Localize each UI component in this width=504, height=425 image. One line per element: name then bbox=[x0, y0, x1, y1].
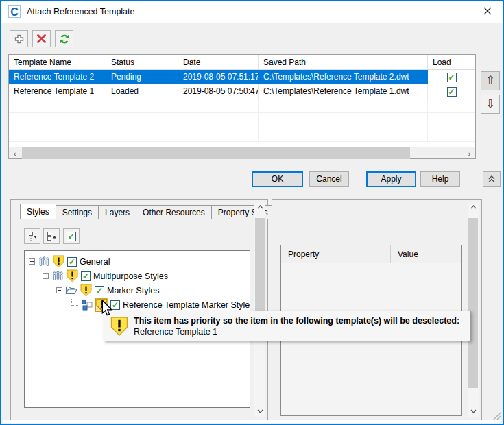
tree-connector bbox=[71, 299, 78, 306]
scroll-down-icon[interactable] bbox=[254, 407, 265, 417]
column-header-status[interactable]: Status bbox=[106, 55, 178, 69]
column-header-saved-path[interactable]: Saved Path bbox=[259, 55, 428, 69]
ok-button[interactable]: OK bbox=[252, 171, 303, 187]
dialog-footer bbox=[3, 420, 501, 423]
tree-checkbox-checked[interactable]: ✓ bbox=[67, 257, 77, 267]
add-template-button[interactable] bbox=[10, 30, 28, 47]
cell-status: Pending bbox=[106, 70, 178, 84]
tree-checkbox-checked[interactable]: ✓ bbox=[95, 286, 104, 295]
plus-icon bbox=[14, 34, 25, 45]
tab-layers[interactable]: Layers bbox=[99, 205, 136, 219]
tree-item-label: Marker Styles bbox=[107, 286, 159, 295]
cancel-button[interactable]: Cancel bbox=[309, 171, 349, 187]
styles-group-icon bbox=[51, 271, 64, 282]
table-row-selected[interactable]: Reference Template 2 Pending 2019-08-05 … bbox=[9, 70, 475, 84]
expand-all-button[interactable] bbox=[24, 228, 40, 244]
delete-template-button[interactable] bbox=[32, 30, 51, 47]
warning-icon bbox=[67, 269, 78, 282]
scroll-up-icon[interactable] bbox=[254, 203, 265, 212]
cell-template-name: Reference Template 2 bbox=[9, 70, 106, 84]
cell-load: ✓ bbox=[428, 70, 475, 84]
delete-x-icon bbox=[36, 34, 47, 44]
check-icon: ✓ bbox=[448, 88, 455, 96]
load-checkbox-checked[interactable]: ✓ bbox=[447, 73, 457, 82]
table-horizontal-scrollbar[interactable]: ‹ › bbox=[9, 147, 475, 158]
load-checkbox-checked[interactable]: ✓ bbox=[447, 87, 457, 97]
resize-grip[interactable] bbox=[492, 411, 501, 422]
right-panel-scrollbar[interactable] bbox=[468, 203, 479, 417]
collapse-panel-button[interactable] bbox=[483, 171, 501, 187]
scrollbar-thumb[interactable] bbox=[255, 218, 265, 311]
styles-panel: Styles Settings Layers Other Resources P… bbox=[10, 199, 268, 420]
cell-saved-path: C:\Templates\Reference Template 1.dwt bbox=[259, 84, 428, 99]
tooltip-template-name: Reference Template 1 bbox=[134, 326, 459, 337]
left-panel-scrollbar[interactable] bbox=[254, 203, 265, 417]
column-header-template-name[interactable]: Template Name bbox=[9, 55, 106, 69]
check-all-button[interactable]: ✓ bbox=[63, 228, 80, 244]
empty-table-row bbox=[9, 127, 475, 142]
collapse-toggle-icon[interactable] bbox=[29, 258, 35, 265]
warning-icon bbox=[110, 316, 128, 341]
column-header-date[interactable]: Date bbox=[178, 55, 259, 69]
priority-warning-tooltip: This item has priority so the item in th… bbox=[104, 311, 471, 341]
attach-referenced-template-dialog: C Attach Referenced Template Template Na… bbox=[0, 0, 504, 425]
move-down-button[interactable]: ⇩ bbox=[481, 95, 500, 114]
check-all-checkbox: ✓ bbox=[67, 232, 76, 241]
tooltip-message: This item has priority so the item in th… bbox=[134, 315, 459, 326]
scroll-left-icon[interactable]: ‹ bbox=[9, 147, 21, 159]
tree-item-marker-styles[interactable]: ✓ Marker Styles bbox=[25, 283, 159, 298]
cell-saved-path: C:\Templates\Reference Template 2.dwt bbox=[259, 70, 428, 84]
tree-item-general[interactable]: ✓ General bbox=[25, 254, 110, 269]
cell-load: ✓ bbox=[428, 84, 475, 99]
check-icon: ✓ bbox=[448, 73, 455, 82]
check-icon: ✓ bbox=[69, 258, 75, 266]
close-icon bbox=[483, 7, 492, 15]
close-button[interactable] bbox=[477, 2, 498, 20]
tree-item-label: Multipurpose Styles bbox=[93, 271, 168, 281]
scroll-right-icon[interactable]: › bbox=[464, 147, 475, 159]
scrollbar-thumb[interactable] bbox=[468, 218, 478, 388]
collapse-toggle-icon[interactable] bbox=[56, 287, 62, 293]
title-bar: C Attach Referenced Template bbox=[1, 1, 503, 23]
scroll-down-icon[interactable] bbox=[468, 407, 479, 417]
column-header-value[interactable]: Value bbox=[391, 245, 418, 263]
tree-item-reference-template-marker-style[interactable]: ✓ Reference Template Marker Style bbox=[25, 298, 250, 312]
column-header-property[interactable]: Property bbox=[281, 245, 391, 263]
mouse-cursor-icon bbox=[101, 300, 113, 319]
template-table: Template Name Status Date Saved Path Loa… bbox=[8, 54, 476, 159]
marker-style-icon bbox=[81, 300, 93, 311]
styles-group-icon bbox=[38, 256, 50, 267]
tree-item-multipurpose-styles[interactable]: ✓ Multipurpose Styles bbox=[25, 269, 168, 283]
warning-icon bbox=[80, 284, 92, 297]
move-up-button[interactable]: ⇧ bbox=[481, 71, 500, 90]
tab-other-resources[interactable]: Other Resources bbox=[136, 205, 212, 219]
property-table-header: Property Value bbox=[281, 245, 461, 263]
refresh-button[interactable] bbox=[55, 30, 73, 47]
tab-bar: Styles Settings Layers Other Resources P… bbox=[20, 204, 274, 219]
empty-table-row bbox=[9, 99, 475, 113]
tab-styles[interactable]: Styles bbox=[20, 204, 56, 219]
empty-table-row bbox=[9, 113, 475, 127]
cell-date: 2019-08-05 07:50:47 bbox=[178, 84, 259, 99]
check-icon: ✓ bbox=[96, 287, 103, 295]
up-arrow-icon: ⇧ bbox=[485, 74, 495, 87]
collapse-toggle-icon[interactable] bbox=[43, 273, 49, 279]
table-row[interactable]: Reference Template 1 Loaded 2019-08-05 0… bbox=[9, 84, 475, 99]
down-arrow-icon: ⇩ bbox=[485, 97, 495, 110]
column-header-load[interactable]: Load bbox=[428, 55, 475, 69]
warning-icon bbox=[53, 255, 64, 268]
double-chevron-up-icon bbox=[487, 174, 496, 184]
check-icon: ✓ bbox=[68, 232, 75, 241]
tab-settings[interactable]: Settings bbox=[56, 205, 99, 219]
tree-item-label: General bbox=[80, 257, 110, 267]
collapse-all-button[interactable] bbox=[43, 228, 60, 244]
cell-status: Loaded bbox=[106, 84, 178, 99]
apply-button[interactable]: Apply bbox=[366, 171, 416, 187]
scrollbar-thumb[interactable] bbox=[22, 147, 410, 159]
tree-checkbox-checked[interactable]: ✓ bbox=[81, 271, 91, 281]
app-icon: C bbox=[8, 5, 21, 18]
dialog-title: Attach Referenced Template bbox=[27, 7, 135, 16]
check-icon: ✓ bbox=[82, 272, 89, 280]
help-button[interactable]: Help bbox=[420, 171, 460, 187]
scroll-up-icon[interactable] bbox=[468, 203, 479, 212]
